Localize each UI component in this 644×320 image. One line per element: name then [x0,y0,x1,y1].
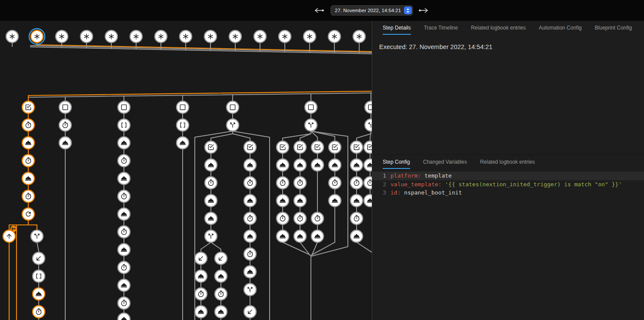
node-condition[interactable] [329,141,341,153]
node-dome[interactable] [277,195,289,207]
node-timer[interactable] [118,261,130,274]
run-stepper-icon[interactable] [404,7,412,14]
node-timer[interactable] [33,306,45,318]
node-dome[interactable] [350,230,363,242]
node-timer[interactable] [350,212,363,224]
node-dome[interactable] [244,230,256,242]
node-dome[interactable] [118,172,130,185]
node-trigger[interactable] [56,30,68,43]
node-trigger[interactable] [328,30,340,43]
node-arrow-dl[interactable] [244,306,256,318]
node-timer[interactable] [22,155,34,167]
node-square[interactable] [365,101,372,113]
node-dome[interactable] [205,195,217,207]
node-dome[interactable] [22,137,34,149]
node-dome[interactable] [294,230,306,242]
node-dome[interactable] [329,159,341,171]
node-timer[interactable] [195,288,207,300]
node-choose[interactable] [305,119,317,131]
node-repeat[interactable] [22,208,34,220]
node-arrow-dl[interactable] [215,252,227,264]
node-arrow-dl[interactable] [195,252,207,264]
run-selector[interactable]: 27. November 2022, 14:54:21 [330,5,413,16]
node-dome[interactable] [311,159,324,171]
node-condition[interactable] [294,141,306,153]
node-timer[interactable] [277,177,289,189]
node-condition[interactable] [277,141,289,153]
node-timer[interactable] [118,190,130,202]
node-dome[interactable] [118,244,130,256]
node-dome[interactable] [118,313,130,320]
node-timer[interactable] [277,212,289,224]
next-run-icon[interactable] [418,7,429,14]
node-dome[interactable] [195,270,207,282]
tab-blueprint-config[interactable]: Blueprint Config [595,25,632,35]
tab-config-related-logbook-entries[interactable]: Related logbook entries [480,159,535,169]
node-dome[interactable] [205,212,217,224]
tab-step-details[interactable]: Step Details [383,25,411,35]
node-trigger[interactable] [130,30,142,43]
node-square[interactable] [227,101,239,113]
node-condition[interactable] [22,101,34,113]
node-timer[interactable] [244,248,256,260]
node-condition[interactable] [364,141,372,153]
tab-automation-config[interactable]: Automation Config [539,25,582,35]
node-dome[interactable] [244,159,256,171]
node-choose[interactable] [244,284,256,296]
node-dome[interactable] [364,159,372,171]
node-condition[interactable] [350,141,363,153]
node-dome[interactable] [277,230,289,242]
node-trigger[interactable] [155,30,167,43]
node-dome[interactable] [118,137,130,149]
node-trigger[interactable] [304,30,316,43]
node-dome[interactable] [215,306,227,318]
node-trigger[interactable] [105,30,117,43]
node-timer[interactable] [118,155,130,167]
node-timer[interactable] [205,177,217,189]
node-timer[interactable] [118,297,130,309]
node-dome[interactable] [215,270,227,282]
node-brackets[interactable] [33,270,45,282]
previous-run-icon[interactable] [314,7,324,14]
node-dome[interactable] [244,195,256,207]
node-dome[interactable] [350,195,363,207]
node-trigger[interactable] [254,30,266,43]
node-trigger[interactable] [6,30,18,43]
node-dome[interactable] [311,230,324,242]
node-dome[interactable] [329,195,341,207]
node-timer[interactable] [364,177,372,189]
node-dome[interactable] [177,137,189,149]
node-timer[interactable] [294,177,306,189]
node-dome[interactable] [59,137,71,149]
node-condition[interactable] [244,141,256,153]
node-brackets[interactable] [177,119,189,131]
node-brackets[interactable] [118,119,130,131]
node-dome[interactable] [33,288,45,300]
node-timer[interactable] [118,226,130,238]
node-condition[interactable] [311,141,324,153]
node-dome[interactable] [205,159,217,171]
node-timer[interactable] [244,177,256,189]
node-dome[interactable] [195,306,207,318]
tab-changed-variables[interactable]: Changed Variables [423,159,467,169]
node-trigger[interactable] [29,29,45,44]
node-timer[interactable] [215,288,227,300]
node-trigger[interactable] [229,30,241,43]
node-arrow-up[interactable]: 9+ [3,226,17,243]
node-timer[interactable] [350,177,363,189]
node-timer[interactable] [329,177,341,189]
node-dome[interactable] [294,195,306,207]
step-config-code[interactable]: 1platform: template2value_template: '{{ … [372,172,644,197]
node-dome[interactable] [294,159,306,171]
node-square[interactable] [59,101,71,113]
node-condition[interactable] [205,141,217,153]
node-dome[interactable] [277,159,289,171]
tab-step-config[interactable]: Step Config [383,159,410,169]
node-arrow-dl[interactable] [33,252,45,264]
tab-trace-timeline[interactable]: Trace Timeline [424,25,458,35]
node-dome[interactable] [118,279,130,291]
node-square[interactable] [118,101,130,113]
node-dome[interactable] [350,159,363,171]
node-timer[interactable] [244,212,256,224]
node-timer[interactable] [22,119,34,131]
